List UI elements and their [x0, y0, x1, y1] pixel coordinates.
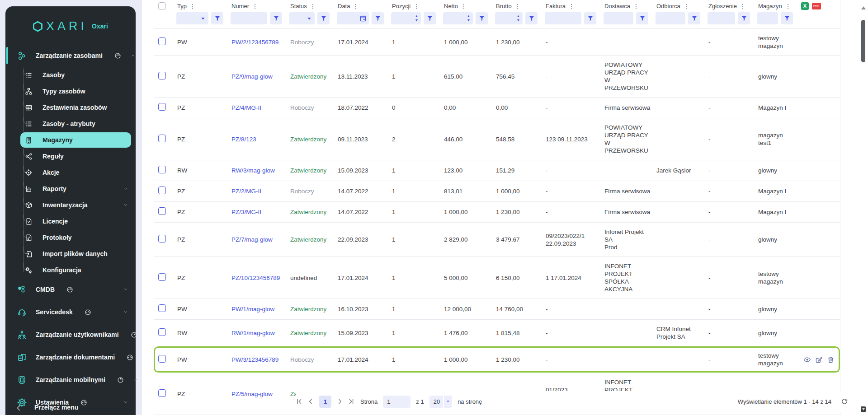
sidebar-item-raporty[interactable]: Raporty	[5, 181, 136, 197]
document-number-link[interactable]: RW/1/mag-glow	[231, 330, 275, 336]
document-number-link[interactable]: PZ/10/123456789	[231, 275, 280, 281]
document-number-link[interactable]: PZ/9/mag-glow	[231, 73, 273, 80]
filter-date-data[interactable]	[337, 12, 369, 24]
table-row-pz-2-mg-ii[interactable]: PZPZ/2/MG-IIRoboczy14.07.20221813,011 00…	[154, 181, 840, 202]
filter-input-dostawca[interactable]	[604, 12, 633, 24]
column-header-data[interactable]: Data	[337, 0, 391, 11]
sidebar-item-zarzadzanie-mobilnymi[interactable]: Zarządzanie mobilnymi	[5, 368, 136, 391]
page-size-select[interactable]: 20	[429, 396, 452, 408]
sidebar-item-cmdb[interactable]: CMDB	[5, 278, 136, 301]
scroll-up-arrow[interactable]	[861, 6, 866, 9]
sidebar-item-przelacz-menu[interactable]: Przełącz menu	[5, 404, 136, 415]
table-row-pw-3-123456789[interactable]: PWPW/3/123456789Roboczy17.01.202411 000,…	[154, 346, 840, 373]
filter-funnel-button-typ[interactable]	[211, 12, 223, 24]
column-header-zgloszenie[interactable]: Zgłoszenie	[708, 0, 757, 11]
filter-funnel-button-faktura[interactable]	[584, 12, 596, 24]
current-page-indicator[interactable]: 1	[319, 396, 331, 408]
row-checkbox[interactable]	[158, 235, 166, 242]
view-row-button[interactable]	[803, 356, 811, 364]
filter-number-brutto[interactable]	[495, 12, 523, 24]
column-menu-icon[interactable]	[252, 3, 258, 9]
scrollbar-thumb[interactable]	[861, 20, 865, 62]
column-menu-icon[interactable]	[514, 3, 521, 9]
filter-funnel-button-zgloszenie[interactable]	[738, 12, 750, 24]
column-header-magazyn[interactable]: Magazyn	[757, 0, 800, 11]
sidebar-item-inwentaryzacja[interactable]: Inwentaryzacja	[5, 197, 136, 213]
sidebar-item-servicedesk[interactable]: Servicedesk	[5, 301, 136, 323]
page-number-input[interactable]: 1	[383, 396, 410, 408]
column-menu-icon[interactable]	[683, 3, 689, 9]
column-menu-icon[interactable]	[785, 3, 791, 9]
table-row-pw-2-123456789[interactable]: PWPW/2/123456789Roboczy17.01.202411 000,…	[154, 29, 840, 56]
row-checkbox[interactable]	[158, 103, 166, 111]
sidebar-item-licencje[interactable]: Licencje	[5, 213, 136, 229]
document-number-link[interactable]: PW/3/123456789	[231, 356, 278, 363]
column-header-dostawca[interactable]: Dostawca	[604, 0, 656, 11]
row-checkbox[interactable]	[158, 72, 166, 79]
column-menu-icon[interactable]	[740, 3, 746, 9]
filter-input-zgloszenie[interactable]	[708, 12, 735, 24]
filter-funnel-button-dostawca[interactable]	[636, 12, 648, 24]
select-all-checkbox[interactable]	[158, 2, 166, 10]
row-checkbox[interactable]	[158, 389, 166, 397]
filter-number-netto[interactable]	[443, 12, 473, 24]
column-menu-icon[interactable]	[568, 3, 575, 9]
refresh-icon[interactable]	[841, 398, 848, 405]
filter-funnel-button-status[interactable]	[317, 12, 330, 24]
filter-input-odbiorca[interactable]	[656, 12, 685, 24]
vertical-scrollbar[interactable]	[861, 0, 866, 415]
delete-row-button[interactable]	[827, 356, 835, 364]
column-header-status[interactable]: Status	[289, 0, 337, 11]
filter-funnel-button-numer[interactable]	[270, 12, 282, 24]
table-row-pz-8-123[interactable]: PZPZ/8/123Zatwierdzony09.11.20232446,005…	[154, 118, 840, 160]
row-checkbox[interactable]	[158, 166, 166, 173]
column-header-numer[interactable]: Numer	[231, 0, 289, 11]
document-number-link[interactable]: PZ/3/MG-II	[231, 209, 261, 215]
sidebar-item-zasoby[interactable]: Zasoby	[5, 67, 136, 83]
row-checkbox[interactable]	[158, 304, 166, 312]
filter-funnel-button-magazyn[interactable]	[781, 12, 793, 24]
edit-row-button[interactable]	[815, 356, 823, 364]
sidebar-item-import-plikow-danych[interactable]: Import plików danych	[5, 246, 136, 262]
scroll-down-arrow[interactable]	[861, 406, 866, 412]
prev-page-button[interactable]	[307, 398, 314, 405]
filter-number-pozycji[interactable]	[391, 12, 421, 24]
document-number-link[interactable]: PW/2/123456789	[231, 39, 278, 46]
first-page-button[interactable]	[296, 398, 303, 405]
document-number-link[interactable]: PZ/4/MG-II	[231, 104, 261, 111]
row-checkbox[interactable]	[158, 355, 166, 363]
row-checkbox[interactable]	[158, 273, 166, 281]
filter-select-status[interactable]	[289, 12, 315, 24]
column-menu-icon[interactable]	[633, 3, 639, 9]
column-menu-icon[interactable]	[353, 3, 359, 9]
sidebar-item-konfiguracja[interactable]: Konfiguracja	[5, 262, 136, 278]
row-checkbox[interactable]	[158, 37, 166, 45]
sidebar-item-zasoby-atrybuty[interactable]: Zasoby - atrybuty	[5, 116, 136, 132]
table-row-pz-7-mag-glow[interactable]: PZPZ/7/mag-glowZatwierdzony22.09.202312 …	[154, 223, 840, 257]
document-number-link[interactable]: PZ/5/mag-glow	[231, 391, 273, 397]
filter-input-numer[interactable]	[231, 12, 267, 24]
column-menu-icon[interactable]	[461, 3, 467, 9]
filter-input-faktura[interactable]	[545, 12, 581, 24]
filter-funnel-button-brutto[interactable]	[525, 12, 538, 24]
column-header-netto[interactable]: Netto	[443, 0, 495, 11]
filter-funnel-button-netto[interactable]	[476, 12, 488, 24]
filter-input-magazyn[interactable]	[757, 12, 778, 24]
filter-select-typ[interactable]	[176, 12, 208, 24]
last-page-button[interactable]	[348, 398, 355, 405]
export-excel-icon[interactable]: X	[801, 2, 809, 10]
table-row-rw-3-mag-glow[interactable]: RWRW/3/mag-glowZatwierdzony15.09.2023112…	[154, 160, 840, 181]
column-menu-icon[interactable]	[189, 3, 196, 9]
column-header-faktura[interactable]: Faktura	[545, 0, 604, 11]
row-checkbox[interactable]	[158, 187, 166, 194]
table-row-pz-9-mag-glow[interactable]: PZPZ/9/mag-glowZatwierdzony13.11.2023161…	[154, 56, 840, 98]
export-pdf-icon[interactable]: PDF	[812, 3, 821, 9]
filter-funnel-button-data[interactable]	[372, 12, 384, 24]
filter-funnel-button-odbiorca[interactable]	[688, 12, 700, 24]
table-row-pz-3-mg-ii[interactable]: PZPZ/3/MG-IIZatwierdzony14.07.202211 000…	[154, 202, 840, 223]
document-number-link[interactable]: PZ/7/mag-glow	[231, 236, 273, 243]
sidebar-item-zestawienia-zasobow[interactable]: Zestawienia zasobów	[5, 99, 136, 116]
sidebar-item-zarzadzanie-uzytkownikami[interactable]: Zarządzanie użytkownikami	[5, 323, 136, 346]
next-page-button[interactable]	[336, 398, 344, 405]
sidebar-item-protokoly[interactable]: Protokoły	[5, 229, 136, 246]
